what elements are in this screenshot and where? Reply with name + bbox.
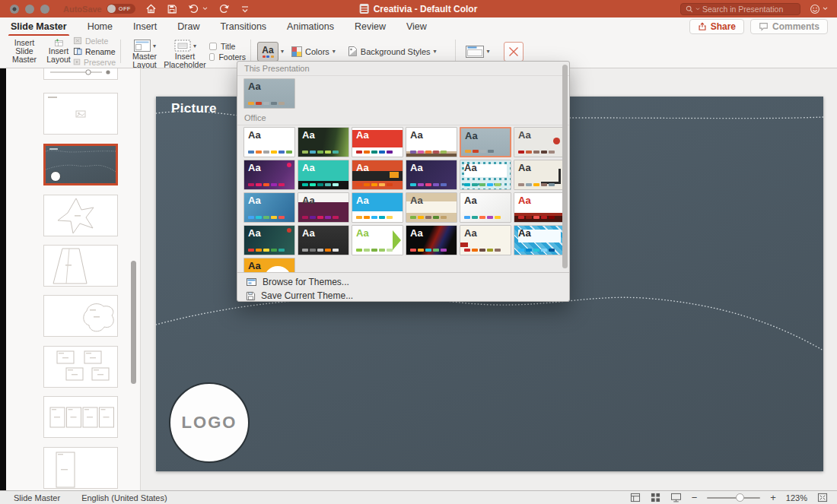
- browse-for-themes-item[interactable]: Browse for Themes...: [237, 275, 569, 289]
- master-layout-button[interactable]: ▾ Master Layout: [126, 38, 164, 65]
- theme-black-red-abstract[interactable]: Aa: [406, 225, 457, 255]
- tab-review[interactable]: Review: [355, 21, 386, 32]
- theme-gray-blue[interactable]: Aa: [460, 127, 511, 157]
- zoom-percentage[interactable]: 123%: [786, 493, 807, 502]
- theme-blue-checker[interactable]: Aa: [514, 225, 565, 255]
- master-layout-label: Master Layout: [126, 52, 164, 69]
- theme-purple-gradient[interactable]: Aa: [243, 160, 295, 190]
- slide-thumbnail-boxes-staggered[interactable]: [43, 346, 118, 388]
- zoom-slider[interactable]: [707, 497, 760, 499]
- dropdown-scrollbar[interactable]: [562, 65, 568, 268]
- theme-color-dots: [518, 249, 555, 252]
- language-button[interactable]: English (United States): [81, 493, 167, 502]
- insert-placeholder-button[interactable]: ▾ Insert Placeholder: [164, 38, 206, 65]
- theme-dark-green[interactable]: Aa: [298, 127, 349, 157]
- save-current-theme-item[interactable]: Save Current Theme...: [237, 289, 569, 303]
- undo-menu-chevron-icon[interactable]: [202, 7, 208, 11]
- save-button[interactable]: [167, 4, 177, 14]
- theme-color-dot: [371, 249, 377, 252]
- picture-placeholder-title[interactable]: Picture: [171, 101, 217, 116]
- theme-white[interactable]: Aa: [243, 127, 295, 157]
- tab-view[interactable]: View: [406, 21, 427, 32]
- theme-wood-band[interactable]: Aa: [406, 192, 457, 223]
- tab-transitions[interactable]: Transitions: [220, 21, 266, 32]
- theme-beige-bracket[interactable]: Aa: [514, 160, 565, 190]
- slide-sorter-view-button[interactable]: [651, 493, 660, 502]
- theme-teal[interactable]: Aa: [298, 160, 349, 190]
- theme-label: Aa: [356, 163, 369, 173]
- slide-thumbnail-trapezoid-shape[interactable]: [43, 245, 118, 287]
- theme-color-dot: [433, 183, 439, 186]
- theme-dark-teal[interactable]: Aa: [243, 225, 295, 255]
- theme-orange-dark-band[interactable]: Aa: [352, 160, 403, 190]
- slide-thumbnail-star-shape[interactable]: [43, 195, 118, 236]
- theme-color-dots: [248, 151, 292, 154]
- theme-dark-indigo[interactable]: Aa: [406, 160, 457, 190]
- theme-blue-gradient[interactable]: Aa: [243, 192, 295, 223]
- zoom-slider-knob[interactable]: [736, 493, 744, 502]
- slide-thumbnail-blob-shape[interactable]: [43, 295, 118, 337]
- share-button[interactable]: Share: [689, 19, 744, 34]
- theme-dark-gray[interactable]: Aa: [298, 225, 349, 255]
- slide-thumbnail-dark-wave[interactable]: [43, 144, 118, 185]
- theme-color-dot: [479, 216, 485, 219]
- delete-button[interactable]: Delete: [73, 36, 116, 46]
- themes-chevron-icon[interactable]: ▾: [281, 48, 284, 55]
- theme-light-gray[interactable]: Aa: [514, 127, 565, 157]
- undo-button[interactable]: [187, 3, 200, 14]
- normal-view-button[interactable]: [630, 493, 641, 502]
- window-title-group: Creativia - Default Color: [360, 4, 478, 14]
- tab-slide-master[interactable]: Slide Master: [11, 21, 67, 32]
- tab-draw[interactable]: Draw: [177, 21, 199, 32]
- fit-slide-to-window-button[interactable]: [817, 493, 828, 502]
- footers-checkbox[interactable]: Footers: [209, 52, 246, 62]
- redo-button[interactable]: [218, 3, 231, 14]
- slide-thumbnail-boxes-row[interactable]: [43, 396, 118, 438]
- themes-button[interactable]: Aa: [257, 42, 278, 62]
- window-close-button[interactable]: [10, 5, 19, 14]
- theme-red-aa-band[interactable]: Aa: [514, 192, 565, 223]
- insert-slide-master-button[interactable]: Insert Slide Master: [5, 38, 44, 65]
- theme-current-gray-blue[interactable]: Aa: [243, 78, 295, 109]
- theme-orange-circle[interactable]: Aa: [243, 258, 295, 272]
- comments-button[interactable]: Comments: [750, 19, 828, 34]
- theme-deco-red-dot-r-icon: [553, 138, 560, 144]
- theme-color-dot: [549, 216, 555, 219]
- tab-animations[interactable]: Animations: [287, 21, 334, 32]
- theme-maroon-band[interactable]: Aa: [298, 192, 349, 223]
- logo-shape[interactable]: LOGO: [169, 382, 250, 463]
- sidebar-scrollbar[interactable]: [131, 261, 136, 384]
- tab-insert[interactable]: Insert: [133, 21, 157, 32]
- zoom-in-button[interactable]: +: [770, 494, 776, 502]
- slide-thumbnail-blank-content[interactable]: [43, 93, 118, 135]
- theme-red[interactable]: Aa: [352, 127, 403, 157]
- theme-green-facet[interactable]: Aa: [352, 225, 403, 255]
- theme-color-dot: [356, 249, 362, 252]
- feedback-menu-button[interactable]: [810, 4, 828, 14]
- theme-color-dot: [278, 216, 285, 219]
- autosave-toggle[interactable]: OFF: [107, 4, 135, 14]
- background-styles-label: Background Styles: [361, 47, 431, 56]
- theme-white-multicolor[interactable]: Aa: [406, 127, 457, 157]
- theme-teal-pattern[interactable]: Aa: [460, 160, 511, 190]
- search-input[interactable]: Search in Presentation: [680, 3, 800, 15]
- theme-light-texture[interactable]: Aa: [460, 192, 511, 223]
- theme-cream[interactable]: Aa: [460, 225, 511, 255]
- zoom-out-button[interactable]: −: [692, 494, 698, 502]
- rename-button[interactable]: Rename: [73, 47, 116, 56]
- preserve-button[interactable]: Preserve: [73, 58, 116, 67]
- theme-color-dot: [518, 249, 524, 252]
- slide-thumbnail-tall-box[interactable]: [43, 447, 118, 489]
- theme-cyan[interactable]: Aa: [352, 192, 403, 223]
- tab-home[interactable]: Home: [88, 21, 113, 32]
- window-zoom-button[interactable]: [40, 5, 49, 14]
- window-minimize-button[interactable]: [25, 5, 34, 14]
- save-theme-icon: [246, 291, 256, 301]
- home-button[interactable]: [145, 3, 157, 14]
- close-master-button[interactable]: [504, 42, 524, 62]
- title-checkbox[interactable]: Title: [209, 42, 246, 51]
- insert-layout-button[interactable]: Insert Layout: [44, 38, 73, 65]
- slideshow-view-button[interactable]: [670, 493, 682, 502]
- quick-access-menu-button[interactable]: [240, 5, 250, 14]
- slide-thumbnail-clipped-slider[interactable]: [43, 68, 118, 80]
